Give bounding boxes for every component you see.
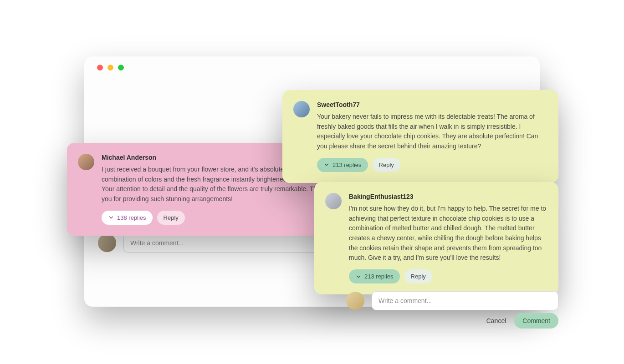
window-minimize-icon[interactable]: [107, 65, 113, 71]
comment-input[interactable]: [372, 291, 558, 310]
reply-button[interactable]: Reply: [157, 211, 185, 225]
comment-composer-float: [346, 291, 558, 310]
cancel-button[interactable]: Cancel: [486, 317, 506, 324]
comment-username: BakingEnthusiast123: [349, 193, 547, 200]
replies-count: 213 replies: [332, 162, 362, 168]
replies-toggle[interactable]: 213 replies: [349, 269, 400, 283]
reply-button[interactable]: Reply: [404, 269, 432, 283]
chevron-down-icon: [355, 273, 362, 280]
chevron-down-icon: [323, 162, 330, 168]
composer-footer-float: Cancel Comment: [346, 313, 558, 329]
avatar: [78, 154, 94, 170]
replies-count: 213 replies: [364, 273, 394, 280]
comment-card-yellow-2: BakingEnthusiast123 I'm not sure how the…: [314, 182, 558, 294]
avatar: [325, 193, 342, 209]
window-maximize-icon[interactable]: [118, 65, 124, 71]
replies-count: 138 replies: [117, 214, 146, 221]
avatar: [98, 234, 116, 252]
comment-button[interactable]: Comment: [514, 313, 558, 329]
comment-username: SweetTooth77: [317, 101, 547, 108]
window-close-icon[interactable]: [97, 65, 103, 71]
replies-toggle[interactable]: 138 replies: [102, 211, 153, 225]
avatar: [293, 101, 310, 117]
avatar: [346, 292, 364, 310]
reply-button[interactable]: Reply: [373, 158, 400, 172]
replies-toggle[interactable]: 213 replies: [317, 158, 368, 172]
comment-text: I'm not sure how they do it, but I'm hap…: [349, 204, 547, 263]
comment-text: Your bakery never fails to impress me wi…: [317, 112, 547, 152]
window-titlebar: [84, 56, 540, 79]
chevron-down-icon: [108, 214, 114, 221]
comment-card-yellow-1: SweetTooth77 Your bakery never fails to …: [282, 90, 558, 183]
